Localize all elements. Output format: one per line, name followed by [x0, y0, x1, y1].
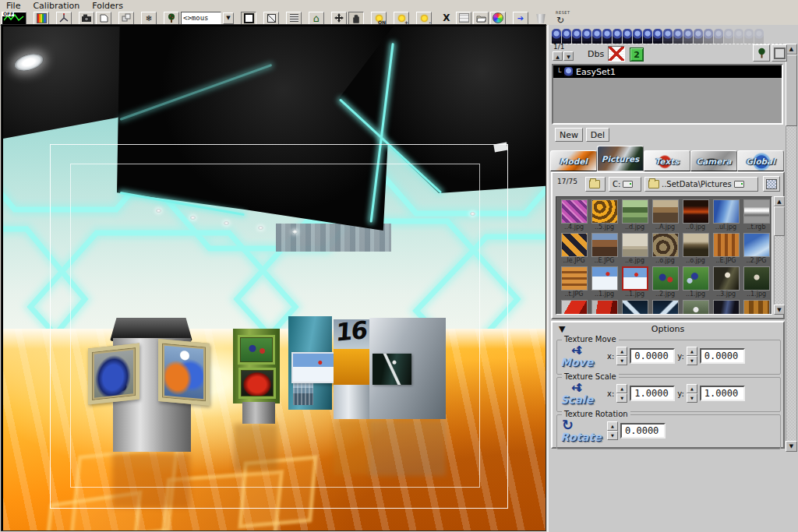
thumbnail-image[interactable]: [713, 199, 740, 224]
thumbnail-image[interactable]: [561, 300, 588, 315]
window-layout-button[interactable]: [456, 12, 471, 25]
db-pager-up[interactable]: ▲: [553, 51, 563, 61]
camera-button[interactable]: [79, 12, 94, 25]
tree-view-button[interactable]: [753, 44, 770, 62]
drive-button[interactable]: C:: [609, 177, 641, 192]
light-add-button[interactable]: +: [394, 12, 409, 25]
file-type-button[interactable]: [763, 176, 780, 192]
tab-camera[interactable]: Camera: [690, 150, 737, 171]
tab-model[interactable]: Model: [550, 150, 597, 171]
thumbnail-image[interactable]: [683, 300, 709, 315]
thumbnail-image[interactable]: [683, 199, 709, 224]
tab-global[interactable]: Global: [737, 150, 784, 171]
colorbars-button[interactable]: [34, 12, 49, 25]
thumbnail-cell[interactable]: ..5.jpg: [589, 199, 620, 233]
thumbnail-cell[interactable]: ..t.rgb: [741, 199, 772, 233]
thumbnail-cell[interactable]: ..o.jpg: [650, 233, 680, 266]
3d-viewport[interactable]: 16: [2, 25, 546, 530]
thumbnail-cell[interactable]: ..4.jpg: [559, 199, 589, 233]
export-button[interactable]: ➔: [513, 12, 528, 25]
set-list[interactable]: └ EasySet1: [552, 64, 783, 125]
thumbnail-image[interactable]: [743, 300, 770, 315]
tree-button[interactable]: [164, 12, 179, 25]
thumbnail-cell[interactable]: ..1.jpg: [741, 266, 772, 300]
thumbnail-cell[interactable]: ..1.jpg: [589, 266, 620, 300]
thumbnail-image[interactable]: [591, 199, 618, 224]
pan-tool-button[interactable]: [348, 12, 364, 25]
grid-button[interactable]: [286, 12, 302, 25]
thumbnail-cell[interactable]: ..ul.jpg: [711, 199, 741, 233]
grid-scroll-down[interactable]: ▼: [774, 305, 785, 315]
trash-icon[interactable]: [535, 12, 546, 23]
objects-button[interactable]: [118, 12, 134, 25]
thumbnail-image[interactable]: [683, 266, 709, 291]
thumbnail-image[interactable]: [622, 199, 648, 224]
move-x-spinner[interactable]: ▲▼: [616, 347, 627, 365]
thumbnail-cell[interactable]: ..le.JPG: [559, 233, 589, 266]
thumbnail-cell[interactable]: ..1.jpg: [680, 266, 711, 300]
menu-calibration[interactable]: Calibration: [33, 1, 79, 11]
tab-texts[interactable]: Texts: [644, 150, 690, 171]
thumbnail-image[interactable]: [591, 300, 618, 315]
del-set-button[interactable]: Del: [586, 128, 609, 142]
thumbnail-cell[interactable]: [620, 300, 650, 315]
thumbnail-image[interactable]: [652, 233, 679, 257]
particles-button[interactable]: ❄: [141, 12, 157, 25]
thumbnail-cell[interactable]: [680, 300, 711, 315]
move-y-field[interactable]: 0.0000: [700, 348, 745, 364]
thumbnail-image[interactable]: [561, 199, 588, 224]
color-picker-button[interactable]: [490, 12, 506, 25]
scrollbar-thumb[interactable]: [786, 55, 797, 126]
thumbnail-cell[interactable]: ..e.jpg: [620, 233, 650, 266]
axes-button[interactable]: [56, 12, 72, 25]
thumbnail-image-selected[interactable]: [622, 266, 648, 291]
thumbnail-image[interactable]: [561, 233, 588, 257]
thumbnail-image[interactable]: [743, 266, 770, 291]
scroll-down-button[interactable]: ▼: [786, 441, 797, 452]
rotation-spinner[interactable]: ▲▼: [607, 421, 618, 440]
scale-x-field[interactable]: 1.0000: [630, 386, 675, 401]
thumbnail-cell[interactable]: ..E.JPG: [589, 233, 620, 266]
open-folder-button[interactable]: [473, 12, 489, 25]
thumbnail-cell[interactable]: ..3.jpg: [711, 266, 741, 300]
thumbnail-cell[interactable]: ..d.jpg: [620, 199, 650, 233]
thumbnail-image[interactable]: [743, 199, 770, 224]
move-tool-button[interactable]: [331, 12, 347, 25]
grid-scroll-thumb[interactable]: [774, 206, 785, 236]
delete-button[interactable]: X: [439, 12, 454, 25]
scale-y-spinner[interactable]: ▲▼: [687, 384, 697, 403]
wire-select-button[interactable]: [263, 12, 279, 25]
mouse-mode-dropdown[interactable]: <>mous: [181, 12, 221, 25]
thumbnail-cell[interactable]: ..0.jpg: [680, 199, 711, 233]
folder-page-button[interactable]: [96, 12, 111, 25]
thumbnail-cell[interactable]: [711, 300, 741, 315]
thumbnail-image[interactable]: [652, 199, 679, 224]
db-pager-down[interactable]: ▼: [563, 51, 574, 61]
light-on-button[interactable]: ON: [371, 12, 387, 25]
thumbnail-grid[interactable]: ..4.jpg..5.jpg..d.jpg..A.jpg..0.jpg..ul.…: [556, 196, 772, 315]
thumbnail-image[interactable]: [591, 233, 618, 257]
thumbnail-cell[interactable]: ..o.jpg: [680, 233, 711, 266]
thumbnail-image[interactable]: [743, 233, 770, 257]
scale-x-spinner[interactable]: ▲▼: [616, 384, 627, 403]
thumbnail-image[interactable]: [683, 233, 709, 257]
thumbnail-image[interactable]: [713, 266, 740, 291]
thumbnail-image[interactable]: [591, 266, 618, 291]
set-list-item[interactable]: └ EasySet1: [553, 65, 782, 78]
select-frame-button[interactable]: [241, 12, 256, 25]
thumbnail-image[interactable]: [561, 266, 588, 291]
thumbnail-cell[interactable]: ..E.JPG: [711, 233, 741, 266]
thumbnail-image[interactable]: [622, 233, 648, 257]
new-set-button[interactable]: New: [555, 128, 583, 142]
menu-file[interactable]: File: [6, 1, 20, 11]
thumbnail-cell[interactable]: ..1.jpg: [620, 266, 650, 300]
thumbnail-image[interactable]: [622, 300, 648, 315]
home-button[interactable]: ⌂: [309, 12, 324, 25]
thumbnail-cell[interactable]: ..2.jpg: [650, 266, 680, 300]
grid-scroll-up[interactable]: ▲: [774, 196, 785, 206]
thumbnail-image[interactable]: [652, 266, 679, 291]
mouse-mode-dropdown-arrow[interactable]: ▼: [223, 12, 234, 24]
thumbnail-cell[interactable]: [741, 300, 772, 315]
db-disabled-checkbox[interactable]: [608, 46, 625, 62]
thumbnail-cell[interactable]: ..t.JPG: [559, 266, 589, 300]
